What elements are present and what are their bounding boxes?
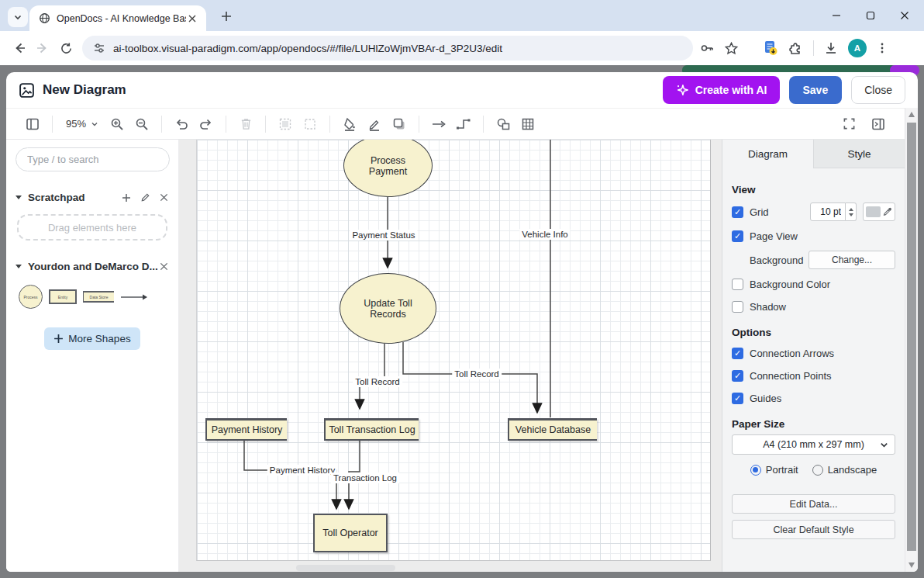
guides-row: Guides xyxy=(732,390,895,406)
clear-default-style-button[interactable]: Clear Default Style xyxy=(732,520,895,539)
passwords-key-icon[interactable] xyxy=(699,40,715,56)
change-background-button[interactable]: Change... xyxy=(808,251,895,269)
scratchpad-edit-icon[interactable] xyxy=(140,192,150,203)
line-color-icon[interactable] xyxy=(362,112,387,136)
entity-shape-tool[interactable]: Entity xyxy=(49,289,77,304)
menu-kebab-icon[interactable] xyxy=(876,42,888,54)
insert-shape-icon[interactable] xyxy=(491,112,515,136)
background-color-label: Background Color xyxy=(750,279,830,290)
flow-label[interactable]: Toll Record xyxy=(452,369,502,379)
fill-color-icon[interactable] xyxy=(337,112,362,136)
elbow-connector-icon[interactable] xyxy=(451,112,476,136)
edit-data-button[interactable]: Edit Data... xyxy=(732,494,895,514)
flow-label[interactable]: Vehicle Info xyxy=(519,229,570,240)
diagram-edges[interactable] xyxy=(179,140,722,572)
vertical-scrollbar-thumb[interactable] xyxy=(907,123,916,551)
portrait-radio[interactable]: Portrait xyxy=(750,464,798,476)
delete-icon[interactable] xyxy=(233,112,258,136)
save-button[interactable]: Save xyxy=(789,76,843,104)
scroll-down-icon[interactable] xyxy=(908,562,915,568)
grid-size-stepper[interactable] xyxy=(846,202,857,221)
grid-color-picker[interactable] xyxy=(863,202,895,221)
minimize-icon[interactable] xyxy=(831,10,842,21)
forward-icon[interactable] xyxy=(31,36,54,60)
tab-diagram[interactable]: Diagram xyxy=(722,140,814,168)
chevron-down-icon xyxy=(13,12,22,22)
toggle-right-panel-icon[interactable] xyxy=(866,112,891,136)
zoom-out-icon[interactable] xyxy=(129,112,154,136)
browser-tab[interactable]: OpenDocs - AI Knowledge Base xyxy=(29,5,206,31)
horizontal-scrollbar-thumb[interactable] xyxy=(296,565,395,571)
shadow-label: Shadow xyxy=(750,301,786,313)
landscape-radio[interactable]: Landscape xyxy=(812,464,877,476)
zoom-level-select[interactable]: 95% xyxy=(60,112,105,136)
connection-arrows-label: Connection Arrows xyxy=(750,348,834,359)
url-bar[interactable]: ai-toolbox.visual-paradigm.com/app/opend… xyxy=(82,36,693,61)
toggle-left-panel-icon[interactable] xyxy=(20,112,45,136)
create-with-ai-button[interactable]: Create with AI xyxy=(663,76,780,104)
connection-points-checkbox[interactable] xyxy=(732,370,743,382)
close-window-icon[interactable] xyxy=(899,10,910,21)
scratchpad-close-icon[interactable] xyxy=(158,192,169,203)
diagram-canvas[interactable]: Process Payment Update Toll Records Paym… xyxy=(179,140,722,572)
insert-table-icon[interactable] xyxy=(515,112,540,136)
zoom-in-icon[interactable] xyxy=(105,112,129,136)
scroll-up-icon[interactable] xyxy=(908,112,915,117)
paper-size-select[interactable]: A4 (210 mm x 297 mm) xyxy=(732,434,895,455)
browser-tab-strip: OpenDocs - AI Knowledge Base xyxy=(0,0,924,31)
tab-search-button[interactable] xyxy=(8,7,28,27)
paste-style-icon[interactable] xyxy=(298,112,322,136)
profile-avatar[interactable]: A xyxy=(848,39,867,57)
collapse-caret-icon[interactable] xyxy=(16,265,22,268)
process-shape-tool[interactable]: Process xyxy=(19,285,43,309)
flow-label[interactable]: Payment Status xyxy=(350,230,417,241)
page-view-checkbox[interactable] xyxy=(732,230,743,242)
reading-list-icon[interactable] xyxy=(762,40,779,57)
vertical-scrollbar[interactable] xyxy=(905,108,918,572)
datastore-shape-tool[interactable]: Data Store xyxy=(83,291,114,303)
shadow-checkbox[interactable] xyxy=(732,301,743,313)
datastore-node[interactable]: Vehicle Database xyxy=(508,418,597,441)
flow-label[interactable]: Payment History xyxy=(267,465,337,476)
reload-icon[interactable] xyxy=(54,36,78,60)
tab-style[interactable]: Style xyxy=(814,140,905,168)
undo-icon[interactable] xyxy=(169,112,194,136)
datastore-node[interactable]: Toll Transaction Log xyxy=(324,418,419,441)
more-shapes-button[interactable]: More Shapes xyxy=(44,327,140,350)
straight-connector-icon[interactable] xyxy=(426,112,451,136)
new-tab-button[interactable] xyxy=(217,7,236,26)
fullscreen-icon[interactable] xyxy=(836,112,861,136)
guides-checkbox[interactable] xyxy=(732,393,743,404)
flow-label[interactable]: Transaction Log xyxy=(331,472,399,483)
entity-node[interactable]: Toll Operator xyxy=(313,514,388,552)
extensions-puzzle-icon[interactable] xyxy=(788,40,804,56)
flow-label[interactable]: Toll Record xyxy=(353,376,402,387)
close-button[interactable]: Close xyxy=(851,76,905,104)
palette-close-icon[interactable] xyxy=(158,261,169,272)
back-icon[interactable] xyxy=(8,36,31,60)
maximize-icon[interactable] xyxy=(865,10,876,21)
connection-arrows-checkbox[interactable] xyxy=(732,348,743,359)
opendocs-editor-window: New Diagram Create with AI Save Close 95… xyxy=(6,72,918,572)
background-color-checkbox[interactable] xyxy=(732,279,743,290)
grid-checkbox[interactable] xyxy=(732,206,743,218)
options-section-title: Options xyxy=(732,327,895,338)
search-input[interactable] xyxy=(16,147,170,171)
datastore-node[interactable]: Payment History xyxy=(205,418,287,441)
tab-close-icon[interactable] xyxy=(186,12,198,25)
screen: OpenDocs - AI Knowledge Base ai-toolbox.… xyxy=(0,0,924,578)
grid-size-input[interactable] xyxy=(810,202,846,221)
redo-icon[interactable] xyxy=(194,112,219,136)
scratchpad-add-icon[interactable] xyxy=(121,192,132,203)
collapse-caret-icon[interactable] xyxy=(16,196,22,199)
site-settings-icon[interactable] xyxy=(93,42,105,54)
background-color-row: Background Color xyxy=(732,276,895,292)
download-icon[interactable] xyxy=(823,40,839,56)
shadow-icon[interactable] xyxy=(387,112,412,136)
scratchpad-dropzone[interactable]: Drag elements here xyxy=(17,214,167,241)
page-title: New Diagram xyxy=(43,82,126,98)
bookmark-star-icon[interactable] xyxy=(724,41,739,56)
process-node[interactable]: Update Toll Records xyxy=(340,273,436,344)
flow-arrow-tool[interactable] xyxy=(120,293,148,301)
copy-style-icon[interactable] xyxy=(273,112,298,136)
